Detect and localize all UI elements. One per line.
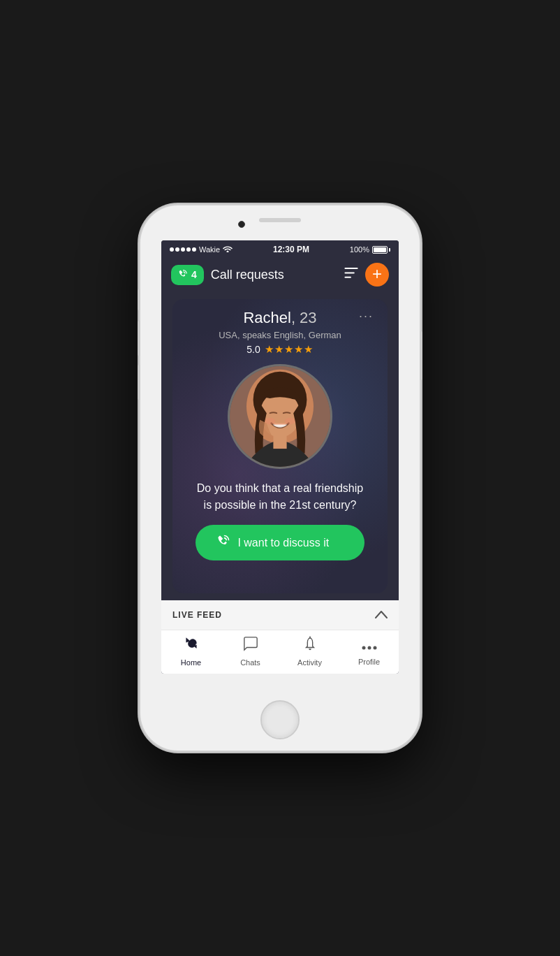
nav-item-profile[interactable]: Profile <box>339 637 399 666</box>
avatar <box>228 364 332 469</box>
live-feed-bar[interactable]: LIVE FEED <box>161 600 399 630</box>
status-left: Wakie <box>170 245 233 254</box>
discussion-text: Do you think that a real friendship is p… <box>186 480 374 514</box>
power-button <box>420 331 422 380</box>
volume-up-button <box>138 321 140 356</box>
phone-frame: Wakie 12:30 PM 100% <box>140 205 420 751</box>
svg-rect-0 <box>344 268 358 269</box>
home-label: Home <box>181 658 201 667</box>
chats-label: Chats <box>240 658 260 667</box>
nav-item-activity[interactable]: Activity <box>280 636 339 667</box>
add-button[interactable]: + <box>365 263 389 287</box>
chats-icon <box>243 636 258 656</box>
discuss-btn-label: I want to discuss it <box>237 537 329 549</box>
battery-body <box>372 246 388 254</box>
activity-bell-icon <box>302 636 318 656</box>
speaker-top <box>259 218 301 222</box>
profile-dots-icon <box>362 637 377 655</box>
status-bar: Wakie 12:30 PM 100% <box>161 240 399 257</box>
svg-rect-9 <box>273 435 286 449</box>
call-badge[interactable]: 4 <box>171 265 204 285</box>
app-header: 4 Call requests + <box>161 257 399 292</box>
star-rating: ★★★★★ <box>265 343 314 356</box>
svg-rect-1 <box>344 272 354 273</box>
phone-icon <box>178 269 188 281</box>
card-menu-icon[interactable]: ··· <box>359 309 374 324</box>
signal-dot-4 <box>186 247 191 252</box>
front-camera <box>238 221 245 228</box>
profile-label: Profile <box>358 658 380 666</box>
discuss-phone-icon <box>216 534 230 551</box>
home-button[interactable] <box>260 700 300 739</box>
nav-item-chats[interactable]: Chats <box>221 636 280 667</box>
status-time: 12:30 PM <box>273 245 309 254</box>
user-details: USA, speaks English, German <box>219 330 341 340</box>
user-age: , 23 <box>291 309 317 326</box>
signal-dots <box>170 247 196 252</box>
user-name: Rachel, 23 <box>243 309 316 327</box>
live-feed-label: LIVE FEED <box>172 610 222 620</box>
battery-percentage: 100% <box>350 245 369 254</box>
svg-point-11 <box>362 646 365 650</box>
home-icon <box>183 636 200 656</box>
bottom-nav: Home Chats <box>161 630 399 674</box>
profile-card: ··· Rachel, 23 USA, speaks English, Germ… <box>172 299 388 593</box>
rating-number: 5.0 <box>246 344 260 355</box>
signal-dot-1 <box>170 247 174 252</box>
rating-row: 5.0 ★★★★★ <box>246 343 313 356</box>
signal-dot-3 <box>181 247 185 252</box>
main-area: ··· Rachel, 23 USA, speaks English, Germ… <box>161 292 399 600</box>
signal-dot-5 <box>192 247 196 252</box>
filter-icon[interactable] <box>344 268 358 282</box>
battery-icon <box>372 246 390 254</box>
svg-point-8 <box>285 418 295 425</box>
plus-icon: + <box>372 266 382 282</box>
volume-mute-button <box>138 289 140 310</box>
call-count: 4 <box>191 269 197 280</box>
chevron-up-icon <box>375 609 388 621</box>
header-title: Call requests <box>211 268 337 282</box>
status-right: 100% <box>350 245 390 254</box>
signal-dot-2 <box>175 247 179 252</box>
battery-tip <box>389 248 390 252</box>
phone-screen: Wakie 12:30 PM 100% <box>161 240 399 674</box>
wifi-icon <box>223 245 233 254</box>
card-content: ··· Rachel, 23 USA, speaks English, Germ… <box>186 309 374 560</box>
discuss-button[interactable]: I want to discuss it <box>196 525 364 560</box>
nav-item-home[interactable]: Home <box>161 636 221 667</box>
svg-rect-2 <box>344 276 351 277</box>
volume-down-button <box>138 365 140 400</box>
svg-point-12 <box>367 646 371 650</box>
activity-label: Activity <box>297 658 322 667</box>
battery-fill <box>374 247 386 252</box>
svg-point-13 <box>373 646 376 650</box>
carrier-label: Wakie <box>199 245 220 254</box>
user-name-text: Rachel <box>243 309 290 326</box>
